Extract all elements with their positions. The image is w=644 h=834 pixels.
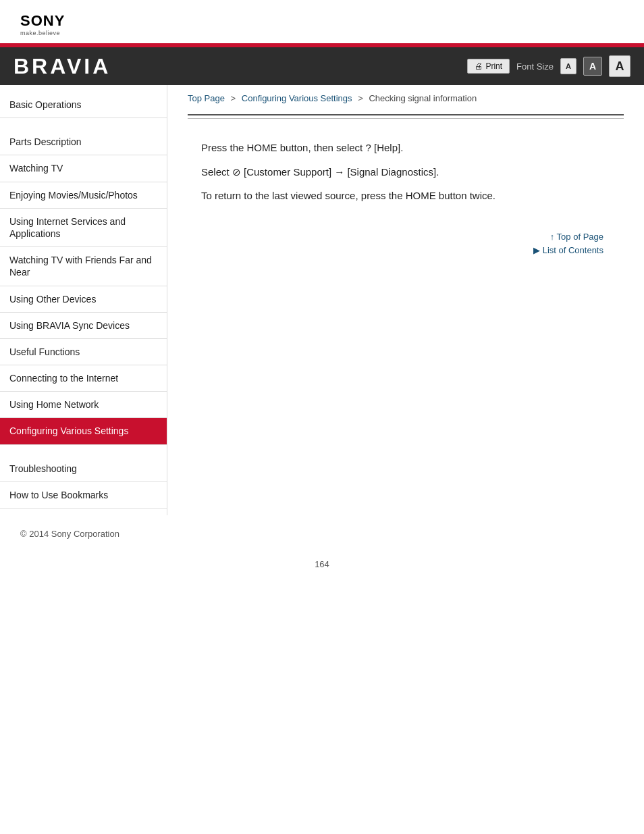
top-of-page-link[interactable]: ↑ Top of Page bbox=[188, 232, 603, 242]
sony-logo: SONY bbox=[20, 12, 624, 30]
header-controls: 🖨 Print Font Size A A A bbox=[467, 55, 630, 77]
font-small-button[interactable]: A bbox=[560, 58, 576, 74]
sidebar-item-parts-description[interactable]: Parts Description bbox=[0, 129, 167, 155]
sidebar-item-useful-functions[interactable]: Useful Functions bbox=[0, 339, 167, 365]
content-line-1: Press the HOME button, then select ? [He… bbox=[201, 139, 610, 157]
bravia-header: BRAVIA 🖨 Print Font Size A A A bbox=[0, 47, 644, 85]
sidebar-item-using-other-devices[interactable]: Using Other Devices bbox=[0, 286, 167, 313]
sidebar-item-configuring-settings[interactable]: Configuring Various Settings bbox=[0, 418, 167, 444]
font-size-label: Font Size bbox=[516, 61, 554, 72]
sidebar-item-using-internet[interactable]: Using Internet Services and Applications bbox=[0, 209, 167, 247]
footer-links: ↑ Top of Page ▶ List of Contents bbox=[188, 218, 624, 265]
sony-tagline: make.believe bbox=[20, 30, 624, 36]
font-large-button[interactable]: A bbox=[609, 55, 630, 77]
breadcrumb: Top Page > Configuring Various Settings … bbox=[188, 85, 624, 109]
sidebar-item-using-home-network[interactable]: Using Home Network bbox=[0, 392, 167, 418]
list-of-contents-link[interactable]: ▶ List of Contents bbox=[188, 245, 603, 255]
sidebar-item-enjoying-movies[interactable]: Enjoying Movies/Music/Photos bbox=[0, 182, 167, 209]
sidebar-gap-2 bbox=[0, 445, 167, 456]
bravia-title: BRAVIA bbox=[14, 54, 111, 79]
divider-top bbox=[188, 114, 624, 115]
breadcrumb-sep2: > bbox=[358, 93, 363, 103]
sidebar-item-using-bravia-sync[interactable]: Using BRAVIA Sync Devices bbox=[0, 313, 167, 339]
sidebar-gap-1 bbox=[0, 118, 167, 129]
sidebar-item-watching-tv[interactable]: Watching TV bbox=[0, 155, 167, 182]
content-line-3: To return to the last viewed source, pre… bbox=[201, 187, 610, 205]
font-medium-button[interactable]: A bbox=[583, 57, 602, 76]
logo-area: SONY make.believe bbox=[0, 0, 644, 43]
sidebar: Basic Operations Parts Description Watch… bbox=[0, 85, 167, 515]
content-area: Top Page > Configuring Various Settings … bbox=[167, 85, 644, 515]
print-icon: 🖨 bbox=[475, 61, 483, 71]
print-button[interactable]: 🖨 Print bbox=[467, 59, 510, 74]
content-line-2: Select ⊘ [Customer Support] → [Signal Di… bbox=[201, 163, 610, 181]
content-body: Press the HOME button, then select ? [He… bbox=[188, 132, 624, 218]
print-label: Print bbox=[485, 61, 502, 71]
breadcrumb-sep1: > bbox=[231, 93, 236, 103]
page-number: 164 bbox=[0, 552, 644, 576]
copyright: © 2014 Sony Corporation bbox=[0, 515, 644, 552]
sidebar-item-troubleshooting[interactable]: Troubleshooting bbox=[0, 456, 167, 482]
sidebar-item-connecting-internet[interactable]: Connecting to the Internet bbox=[0, 365, 167, 392]
sidebar-item-how-to-use[interactable]: How to Use Bookmarks bbox=[0, 482, 167, 509]
sidebar-item-basic-operations[interactable]: Basic Operations bbox=[0, 92, 167, 118]
divider-bottom bbox=[188, 118, 624, 119]
breadcrumb-configuring[interactable]: Configuring Various Settings bbox=[242, 93, 352, 103]
breadcrumb-current: Checking signal information bbox=[369, 93, 477, 103]
sidebar-item-watching-tv-friends[interactable]: Watching TV with Friends Far and Near bbox=[0, 247, 167, 286]
main-layout: Basic Operations Parts Description Watch… bbox=[0, 85, 644, 515]
breadcrumb-top-page[interactable]: Top Page bbox=[188, 93, 225, 103]
